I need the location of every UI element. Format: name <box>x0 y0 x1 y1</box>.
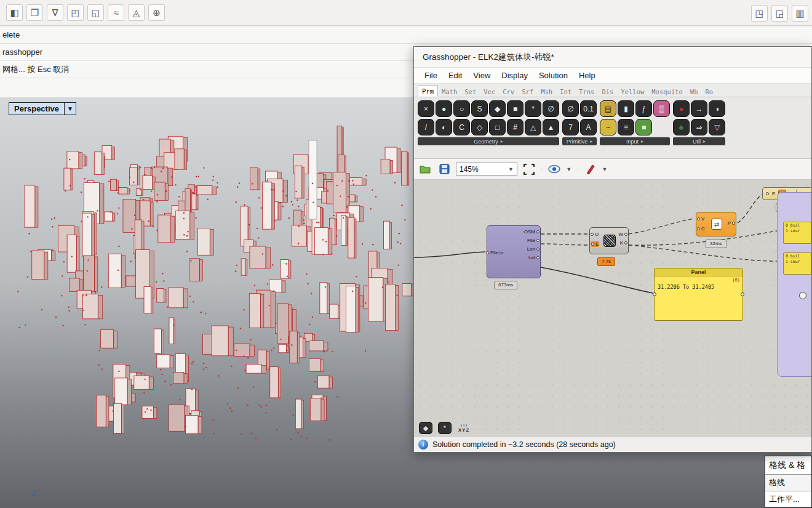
panel-output-nub[interactable] <box>741 292 744 296</box>
relay-icon[interactable]: ⇒ <box>691 119 707 135</box>
location-output-osm[interactable]: OSM <box>524 229 539 235</box>
point-input-c[interactable]: C <box>697 226 705 232</box>
line-param-icon[interactable]: / <box>418 119 434 135</box>
gh-tab-wb[interactable]: Wb <box>687 86 702 97</box>
rect-param-icon[interactable]: □ <box>489 119 506 135</box>
gradient-icon[interactable]: ▒ <box>653 100 670 117</box>
menu-edit[interactable]: Edit <box>444 70 466 81</box>
sketch-caret-icon[interactable]: ▼ <box>602 166 608 172</box>
preview-eye-icon[interactable] <box>547 163 561 175</box>
zoom-extents-icon[interactable] <box>522 163 536 175</box>
viewport-max-icon[interactable]: ❐ <box>26 4 43 21</box>
location-output-lon[interactable]: Lon <box>527 246 539 252</box>
osm-parser-component[interactable]: O E W K <box>589 227 629 254</box>
curve-param-icon[interactable]: S <box>471 100 488 117</box>
gh-tab-set[interactable]: Set <box>461 86 480 97</box>
zoom-select[interactable]: 145% ▼ <box>456 163 517 175</box>
location-output-file[interactable]: File <box>527 238 539 243</box>
surface-param-icon[interactable]: ◆ <box>489 100 506 117</box>
mini-panel-2[interactable]: 0 buil1 sour <box>783 252 811 275</box>
number-param-icon[interactable]: 0.1 <box>580 100 597 117</box>
viewport-title[interactable]: Perspective <box>9 102 65 115</box>
panel-component[interactable]: Panel {0} 31.2206 To 31.2405 <box>654 268 743 321</box>
gh-tab-yellow[interactable]: Yellow <box>617 86 648 97</box>
param-remove-icon[interactable]: × <box>418 100 434 117</box>
strip-label-e[interactable]: E <box>772 191 775 196</box>
point-component[interactable]: V C ⇄ P <box>696 212 736 236</box>
gh-tab-msh[interactable]: Msh <box>537 86 556 97</box>
geometry-param-icon[interactable]: # <box>507 119 523 135</box>
selection-filter-icon[interactable]: ∇ <box>47 4 63 21</box>
hatch-icon[interactable]: ◬ <box>128 4 145 21</box>
gh-tab-mosquito[interactable]: Mosquito <box>648 86 687 97</box>
menu-help[interactable]: Help <box>575 70 600 81</box>
snowflake-widget-icon[interactable]: * <box>438 422 452 434</box>
box-edit-icon[interactable]: ◰ <box>67 4 84 21</box>
gh-tab-math[interactable]: Math <box>438 86 461 97</box>
elk-location-component[interactable]: File ▻ OSM File Lon Lat <box>487 225 541 278</box>
plane-param-icon[interactable]: C <box>453 119 470 135</box>
panel-icon[interactable]: ▮ <box>618 100 634 117</box>
viewport-split-icon[interactable]: ◧ <box>6 4 23 21</box>
null-param-icon[interactable]: ∅ <box>543 100 559 117</box>
pan-zoom-icon[interactable]: ⊕ <box>148 4 165 21</box>
expression-icon[interactable]: ƒ <box>635 100 652 117</box>
parser-output-k[interactable]: K <box>620 240 627 246</box>
save-file-icon[interactable] <box>437 163 451 175</box>
group-panel[interactable] <box>777 192 811 377</box>
flask-icon[interactable]: ▽ <box>709 119 725 135</box>
location-output-lat[interactable]: Lat <box>528 255 539 260</box>
panel-dock-icon-2[interactable]: ◲ <box>771 5 788 22</box>
parser-input-e[interactable]: E <box>591 241 599 247</box>
gh-tab-trns[interactable]: Trns <box>575 86 598 97</box>
point-output-p[interactable]: P <box>728 220 735 226</box>
text-param-icon[interactable]: A <box>580 119 597 135</box>
value-list-icon[interactable]: ≡ <box>618 119 634 135</box>
panel-dock-icon-1[interactable]: ◳ <box>751 5 768 22</box>
tree-icon[interactable]: ♣ <box>673 119 690 135</box>
parser-output-w[interactable]: W <box>618 232 627 237</box>
boolean-param-icon[interactable]: ∅ <box>562 100 579 117</box>
grid-panel-item-1[interactable]: 格线 <box>765 475 811 491</box>
box-param-icon[interactable]: ◇ <box>471 119 488 135</box>
data-dam-icon[interactable]: ◑ <box>709 100 725 117</box>
gh-tab-ro[interactable]: Ro <box>702 86 717 97</box>
relay-node[interactable] <box>799 292 806 299</box>
integer-param-icon[interactable]: 7 <box>562 119 579 135</box>
menu-file[interactable]: File <box>420 70 442 81</box>
menu-solution[interactable]: Solution <box>535 70 572 81</box>
lamp-icon[interactable]: ◱ <box>87 4 104 21</box>
point-param-icon[interactable]: ● <box>436 100 452 117</box>
gh-tab-crv[interactable]: Crv <box>499 86 518 97</box>
preview-caret-icon[interactable]: ▼ <box>566 166 571 172</box>
cherry-picker-icon[interactable]: ● <box>673 100 690 117</box>
grid-panel-item-0[interactable]: 格线 & 格 <box>765 456 811 475</box>
mesh-param-icon[interactable]: * <box>525 100 541 117</box>
viewport-title-tab[interactable]: Perspective ▼ <box>9 102 76 115</box>
gh-titlebar[interactable]: Grasshopper - ELK2建筑体块-韩锐* <box>414 47 811 68</box>
group-param-icon[interactable]: △ <box>525 119 541 135</box>
axes-widget-icon[interactable]: ↑↑↑XYZ <box>457 422 471 434</box>
solver-orb-icon[interactable]: i <box>418 440 428 450</box>
gh-tab-vec[interactable]: Vec <box>480 86 499 97</box>
parser-input-o[interactable]: O <box>591 232 599 237</box>
panel-input-nub[interactable] <box>653 292 656 296</box>
grid-panel-item-2[interactable]: 工作平... <box>765 491 811 507</box>
gh-canvas[interactable]: File ▻ OSM File Lon Lat 673ms O E W K 7.… <box>414 180 811 437</box>
location-input-file[interactable]: File ▻ <box>486 249 504 256</box>
viewport-menu-arrow-icon[interactable]: ▼ <box>65 102 76 115</box>
number-slider-icon[interactable]: ▤ <box>600 100 616 117</box>
open-file-icon[interactable] <box>419 163 432 175</box>
gh-tab-int[interactable]: Int <box>556 86 575 97</box>
arc-param-icon[interactable]: ◐ <box>436 119 452 135</box>
gh-tab-dis[interactable]: Dis <box>598 86 617 97</box>
curvature-analysis-icon[interactable]: ≈ <box>108 4 124 21</box>
colour-swatch-icon[interactable]: ■ <box>635 119 652 135</box>
mini-panel-1[interactable]: 0 buil1 sour <box>783 222 811 244</box>
menu-display[interactable]: Display <box>497 70 532 81</box>
point-input-v[interactable]: V <box>697 216 704 222</box>
cloud-param-icon[interactable]: ▲ <box>543 119 559 135</box>
gh-tab-prm[interactable]: Prm <box>418 85 438 97</box>
menu-view[interactable]: View <box>469 70 495 81</box>
panel-dock-icon-3[interactable]: ▥ <box>792 5 808 22</box>
